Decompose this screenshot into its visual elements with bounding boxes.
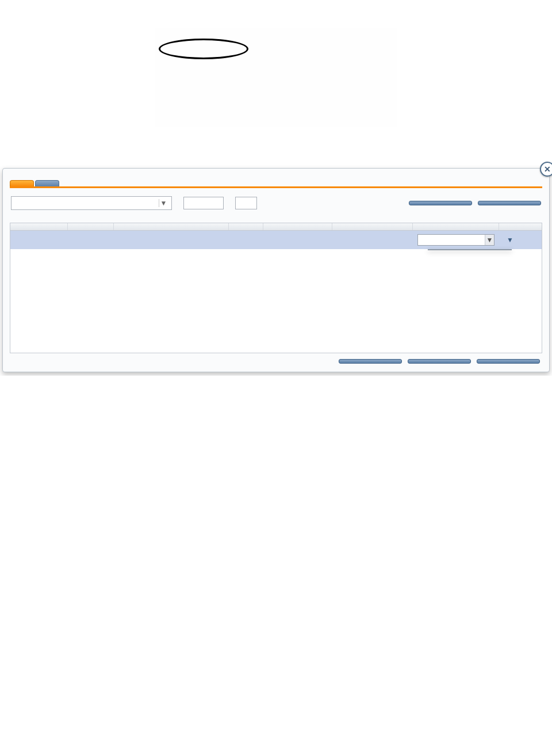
doc-mid-text <box>0 161 552 167</box>
grid-empty-area <box>10 249 542 353</box>
row-expand-icon[interactable]: ▼ <box>499 232 521 247</box>
col-forbund[interactable] <box>68 223 114 230</box>
col-klubb[interactable] <box>332 223 413 230</box>
cell-namn <box>114 236 229 243</box>
sok-button[interactable] <box>478 201 541 205</box>
bottom-strip <box>0 372 552 376</box>
grid-header <box>10 223 542 231</box>
federation-select[interactable]: ▼ <box>11 196 172 210</box>
menu-item-manuell-anmalan[interactable] <box>167 51 385 58</box>
cell-hcpstatus <box>263 236 332 243</box>
col-hcp[interactable] <box>229 223 263 230</box>
col-more[interactable] <box>499 223 521 230</box>
menu-item-ladda-upp-spelarfoton[interactable] <box>167 100 385 107</box>
menu-item-berakna-likvardiga-lag[interactable] <box>167 79 385 86</box>
rensa-button[interactable] <box>409 201 472 205</box>
menu-item-kopiera-deltagare[interactable] <box>167 64 385 71</box>
menu-panel <box>155 28 397 127</box>
team-dropdown[interactable] <box>428 249 512 250</box>
close-button[interactable]: ✕ <box>540 162 552 177</box>
tab-via-namn[interactable] <box>35 180 59 186</box>
golfid-input-part2[interactable] <box>235 197 257 209</box>
cell-hcp <box>229 236 263 243</box>
chevron-down-icon: ▼ <box>485 235 494 245</box>
tab-via-nr[interactable] <box>10 180 34 186</box>
avbryt-button[interactable] <box>477 359 540 364</box>
menu-item-byt-spelare[interactable] <box>167 86 385 93</box>
col-namn[interactable] <box>114 223 229 230</box>
tab-underline <box>10 186 542 188</box>
col-hcpstatus[interactable] <box>263 223 332 230</box>
cell-team-select[interactable]: ▼ <box>413 231 499 249</box>
chevron-down-icon: ▼ <box>159 199 168 207</box>
menu-item-excelimport[interactable] <box>167 58 385 64</box>
menu-item-uppdatera-anmalningar[interactable] <box>167 107 385 114</box>
spelare-grid: ▼ ▼ <box>10 223 542 353</box>
menu-item-skicka-meddelande[interactable] <box>167 114 385 121</box>
col-lagg-till-i-lag[interactable] <box>413 223 499 230</box>
cell-klubb <box>332 236 413 243</box>
col-golfid[interactable] <box>10 223 68 230</box>
menu-item-nytt-lag-manuellt[interactable] <box>167 93 385 100</box>
golfid-input-part1[interactable] <box>183 197 224 209</box>
spara-button[interactable] <box>408 359 471 364</box>
verkstall-button[interactable] <box>339 359 402 364</box>
snabbanmalan-dialog: ✕ ▼ <box>2 168 550 372</box>
cell-forbund <box>68 236 114 243</box>
table-row[interactable]: ▼ ▼ <box>10 231 542 249</box>
cell-golfid <box>10 236 68 243</box>
